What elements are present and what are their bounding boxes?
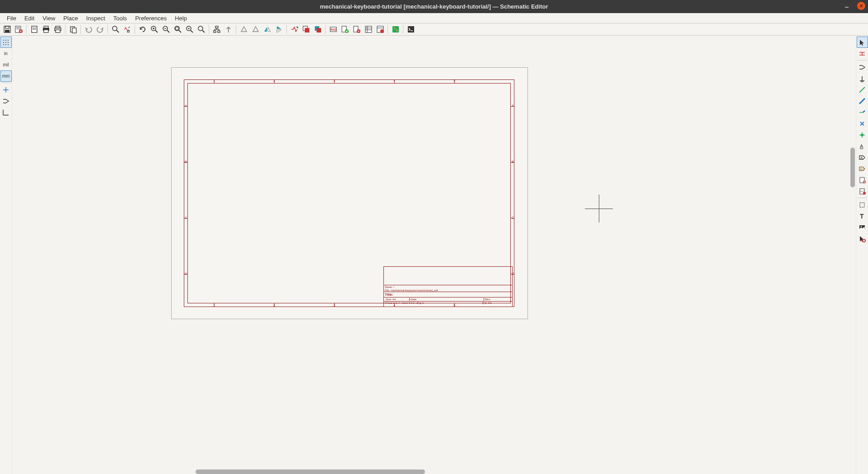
menu-view[interactable]: View bbox=[38, 14, 59, 23]
svg-rect-110 bbox=[860, 203, 864, 207]
separator bbox=[107, 25, 108, 34]
add-bus-icon[interactable] bbox=[857, 95, 868, 107]
separator bbox=[236, 25, 236, 34]
navigate-hierarchy-icon[interactable] bbox=[211, 24, 222, 35]
add-image-icon[interactable] bbox=[857, 222, 868, 233]
minimize-button[interactable] bbox=[843, 2, 851, 10]
separator bbox=[135, 25, 135, 34]
horizontal-scrollbar[interactable] bbox=[12, 469, 856, 474]
paste-icon[interactable] bbox=[68, 24, 78, 35]
separator bbox=[1, 83, 11, 83]
select-tool-icon[interactable] bbox=[857, 37, 868, 48]
svg-rect-16 bbox=[44, 30, 48, 33]
add-junction-icon[interactable] bbox=[857, 129, 868, 140]
delete-tool-icon[interactable] bbox=[857, 233, 868, 244]
bom-icon[interactable] bbox=[363, 24, 373, 35]
svg-rect-4 bbox=[5, 26, 9, 28]
add-global-label-icon[interactable]: A bbox=[857, 152, 868, 163]
import-sheet-pin-icon[interactable]: A⊙ bbox=[857, 186, 868, 197]
svg-rect-70 bbox=[408, 26, 414, 33]
add-sheet-icon[interactable] bbox=[857, 174, 868, 186]
zoom-in-icon[interactable] bbox=[149, 24, 159, 35]
add-label-icon[interactable]: A bbox=[857, 140, 868, 152]
separator bbox=[65, 25, 65, 34]
highlight-net-icon[interactable] bbox=[857, 48, 868, 59]
svg-rect-49 bbox=[305, 28, 309, 33]
vertical-scrollbar[interactable] bbox=[849, 36, 856, 469]
ruler-label: 1 bbox=[213, 304, 215, 307]
svg-point-80 bbox=[8, 44, 9, 45]
refresh-icon[interactable] bbox=[137, 24, 148, 35]
add-noconnect-icon[interactable] bbox=[857, 118, 868, 129]
separator bbox=[26, 25, 27, 34]
print-icon[interactable] bbox=[41, 24, 51, 35]
menu-inspect[interactable]: Inspect bbox=[82, 14, 109, 23]
rotate-ccw-icon[interactable] bbox=[238, 24, 249, 35]
annotate-icon[interactable]: R42 bbox=[328, 24, 338, 35]
generate-bom-icon[interactable] bbox=[375, 24, 385, 35]
add-wire-icon[interactable] bbox=[857, 84, 868, 95]
zoom-fit-icon[interactable] bbox=[173, 24, 183, 35]
mirror-horizontal-icon[interactable] bbox=[274, 24, 284, 35]
menu-place[interactable]: Place bbox=[59, 14, 82, 23]
menu-help[interactable]: Help bbox=[171, 14, 191, 23]
simulator-icon[interactable] bbox=[351, 24, 362, 35]
menu-file[interactable]: File bbox=[3, 14, 20, 23]
add-power-icon[interactable] bbox=[857, 73, 868, 84]
separator bbox=[857, 198, 867, 198]
svg-text:B: B bbox=[127, 29, 130, 33]
window-controls bbox=[843, 2, 865, 10]
menu-edit[interactable]: Edit bbox=[20, 14, 38, 23]
symbol-browser-icon[interactable] bbox=[301, 24, 311, 35]
cursor-shape-icon[interactable] bbox=[0, 84, 12, 95]
scroll-thumb[interactable] bbox=[196, 469, 425, 474]
units-mm-button[interactable]: mm bbox=[0, 70, 12, 82]
menu-tools[interactable]: Tools bbox=[109, 14, 131, 23]
add-wire-entry-icon[interactable] bbox=[857, 107, 868, 118]
right-toolbar: A A A⊙ A⊙ T bbox=[856, 36, 868, 474]
title-block: Sheet: / File: mechanical-keyboard-tutor… bbox=[383, 266, 513, 307]
redo-icon[interactable] bbox=[95, 24, 105, 35]
svg-line-32 bbox=[167, 30, 169, 33]
scroll-thumb[interactable] bbox=[850, 148, 855, 187]
leave-sheet-icon[interactable] bbox=[223, 24, 233, 35]
zoom-selection-icon[interactable] bbox=[196, 24, 206, 35]
ruler-label: 5 bbox=[453, 79, 455, 82]
add-line-icon[interactable] bbox=[857, 199, 868, 210]
erc-icon[interactable] bbox=[340, 24, 350, 35]
zoom-out-icon[interactable] bbox=[161, 24, 171, 35]
svg-point-74 bbox=[8, 40, 9, 41]
grid-toggle-icon[interactable] bbox=[0, 37, 12, 48]
units-inches-button[interactable]: in bbox=[0, 48, 12, 59]
symbol-editor-icon[interactable] bbox=[289, 24, 299, 35]
hidden-pins-icon[interactable] bbox=[0, 95, 12, 107]
find-icon[interactable] bbox=[110, 24, 121, 35]
mirror-vertical-icon[interactable] bbox=[262, 24, 272, 35]
units-mils-button[interactable]: mil bbox=[0, 59, 12, 70]
close-button[interactable] bbox=[857, 2, 865, 10]
svg-point-109 bbox=[863, 192, 866, 195]
canvas-area[interactable]: 1 2 3 4 5 1 2 3 4 5 A B C bbox=[12, 36, 856, 474]
zoom-objects-icon[interactable] bbox=[184, 24, 195, 35]
schematic-canvas[interactable]: 1 2 3 4 5 1 2 3 4 5 A B C bbox=[12, 36, 856, 474]
add-hierarchical-label-icon[interactable]: A⊙ bbox=[857, 163, 868, 174]
footprint-assign-icon[interactable] bbox=[313, 24, 323, 35]
add-text-icon[interactable]: T bbox=[857, 210, 868, 222]
scripting-console-icon[interactable] bbox=[406, 24, 416, 35]
free-angle-icon[interactable] bbox=[0, 107, 12, 118]
save-icon[interactable] bbox=[2, 24, 12, 35]
pcb-editor-icon[interactable] bbox=[390, 24, 401, 35]
add-symbol-icon[interactable] bbox=[857, 61, 868, 73]
menu-preferences[interactable]: Preferences bbox=[131, 14, 171, 23]
separator bbox=[387, 25, 388, 34]
ruler-label: 2 bbox=[273, 79, 275, 82]
svg-line-91 bbox=[859, 87, 865, 93]
find-replace-icon[interactable]: AB bbox=[122, 24, 132, 35]
svg-line-92 bbox=[859, 98, 865, 104]
svg-text:R42: R42 bbox=[331, 28, 336, 31]
plot-icon[interactable] bbox=[52, 24, 63, 35]
schematic-setup-icon[interactable] bbox=[14, 24, 24, 35]
rotate-cw-icon[interactable] bbox=[250, 24, 261, 35]
page-settings-icon[interactable] bbox=[29, 24, 39, 35]
undo-icon[interactable] bbox=[83, 24, 93, 35]
